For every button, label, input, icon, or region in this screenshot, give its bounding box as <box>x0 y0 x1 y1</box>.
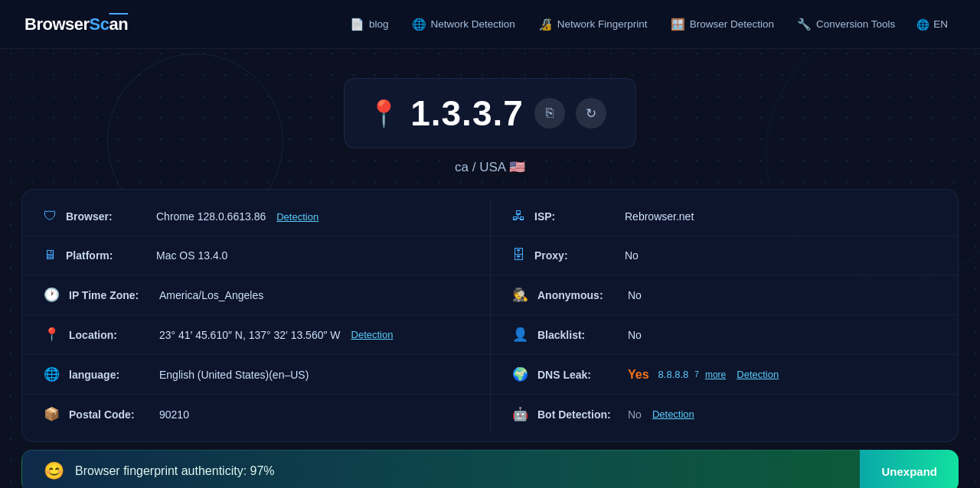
nav-lang-label: EN <box>933 18 948 30</box>
postal-value: 90210 <box>159 408 189 421</box>
browser-detection-icon: 🪟 <box>671 18 685 31</box>
platform-label: Platform: <box>66 249 150 262</box>
left-column: 🛡 Browser: Chrome 128.0.6613.86 Detectio… <box>22 197 490 434</box>
anonymous-row: 🕵 Anonymous: No <box>491 275 958 315</box>
bot-row: 🤖 Bot Detection: No Detection <box>491 395 958 434</box>
copy-ip-button[interactable]: ⎘ <box>534 98 565 129</box>
language-label: language: <box>69 369 153 381</box>
browser-icon: 🛡 <box>44 209 57 224</box>
language-row: 🌐 language: English (United States)(en–U… <box>22 355 490 395</box>
nav-network-fingerprint-label: Network Fingerprint <box>557 18 648 30</box>
isp-label: ISP: <box>534 210 619 223</box>
timezone-label: IP Time Zone: <box>69 289 153 301</box>
location-detection-link[interactable]: Detection <box>351 329 394 340</box>
nav-menu: 📄 blog 🌐 Network Detection 🔏 Network Fin… <box>341 13 956 36</box>
proxy-row: 🗄 Proxy: No <box>491 236 958 275</box>
dns-label: DNS Leak: <box>537 369 622 381</box>
timezone-icon: 🕐 <box>44 287 60 303</box>
copy-icon: ⎘ <box>546 106 554 121</box>
ip-display: 📍 1.3.3.7 ⎘ ↻ <box>344 78 636 148</box>
isp-row: 🖧 ISP: Rebrowser.net <box>491 197 958 236</box>
location-row: 📍 Location: 23° 41′ 45.610″ N, 137° 32′ … <box>22 315 490 355</box>
location-pin-icon: 📍 <box>368 98 400 129</box>
language-icon: 🌐 <box>916 18 929 31</box>
logo[interactable]: BrowserScan <box>24 15 128 34</box>
location-icon: 📍 <box>44 327 60 343</box>
timezone-row: 🕐 IP Time Zone: America/Los_Angeles <box>22 275 490 315</box>
nav-language-selector[interactable]: 🌐 EN <box>909 14 956 35</box>
info-card: 🛡 Browser: Chrome 128.0.6613.86 Detectio… <box>21 189 959 442</box>
dns-row: 🌍 DNS Leak: Yes 8.8.8.87 more Detection <box>491 355 958 395</box>
refresh-icon: ↻ <box>586 106 596 122</box>
platform-icon: 🖥 <box>44 248 57 263</box>
dns-count-sup: 7 <box>694 370 699 379</box>
fingerprint-text: Browser fingerprint authenticity: 97% <box>75 464 275 478</box>
browser-detection-link[interactable]: Detection <box>276 211 318 223</box>
proxy-icon: 🗄 <box>512 248 525 263</box>
conversion-tools-icon: 🔧 <box>797 18 812 31</box>
nav-conversion-tools[interactable]: 🔧 Conversion Tools <box>788 13 904 36</box>
bot-icon: 🤖 <box>512 406 528 422</box>
language-value: English (United States)(en–US) <box>159 369 309 381</box>
nav-browser-detection-label: Browser Detection <box>690 18 774 30</box>
dns-yes-value: Yes <box>628 368 649 382</box>
bot-detection-link[interactable]: Detection <box>652 408 694 420</box>
right-column: 🖧 ISP: Rebrowser.net 🗄 Proxy: No 🕵 Anony… <box>490 197 958 434</box>
blacklist-row: 👤 Blacklist: No <box>491 315 958 355</box>
navbar: BrowserScan 📄 blog 🌐 Network Detection 🔏… <box>0 0 980 49</box>
location-display: ca / USA 🇺🇸 <box>455 159 525 175</box>
card-grid: 🛡 Browser: Chrome 128.0.6613.86 Detectio… <box>22 197 958 434</box>
nav-network-fingerprint[interactable]: 🔏 Network Fingerprint <box>529 13 657 36</box>
location-value: 23° 41′ 45.610″ N, 137° 32′ 13.560″ W <box>159 329 341 341</box>
country-label: ca / USA 🇺🇸 <box>455 159 525 175</box>
ip-address: 1.3.3.7 <box>410 93 524 134</box>
timezone-value: America/Los_Angeles <box>159 289 263 301</box>
proxy-value: No <box>625 249 639 262</box>
platform-row: 🖥 Platform: Mac OS 13.4.0 <box>22 236 490 275</box>
dns-detection-link[interactable]: Detection <box>737 369 779 380</box>
unexpand-button[interactable]: Unexpand <box>860 450 959 488</box>
dns-icon: 🌍 <box>512 366 528 382</box>
fingerprint-face-icon: 😊 <box>44 461 64 481</box>
anonymous-icon: 🕵 <box>512 287 528 303</box>
nav-conversion-tools-label: Conversion Tools <box>816 18 895 30</box>
blacklist-label: Blacklist: <box>537 329 622 341</box>
anonymous-label: Anonymous: <box>537 289 622 301</box>
browser-value: Chrome 128.0.6613.86 <box>156 210 266 223</box>
fingerprint-authenticity-bar: 😊 Browser fingerprint authenticity: 97% <box>21 450 860 488</box>
nav-network-detection[interactable]: 🌐 Network Detection <box>403 13 524 36</box>
proxy-label: Proxy: <box>534 249 619 262</box>
dns-ip-value: 8.8.8.8 <box>658 369 689 380</box>
bot-no-value: No <box>628 408 642 421</box>
location-label: Location: <box>69 329 153 341</box>
network-detection-icon: 🌐 <box>412 18 426 31</box>
browser-label: Browser: <box>66 210 150 223</box>
anonymous-value: No <box>628 289 642 301</box>
nav-browser-detection[interactable]: 🪟 Browser Detection <box>662 13 783 36</box>
language-row-icon: 🌐 <box>44 366 60 382</box>
blacklist-icon: 👤 <box>512 327 528 343</box>
blog-icon: 📄 <box>350 18 364 31</box>
postal-row: 📦 Postal Code: 90210 <box>22 395 490 434</box>
postal-icon: 📦 <box>44 406 60 422</box>
bot-label: Bot Detection: <box>537 408 622 421</box>
nav-network-detection-label: Network Detection <box>431 18 515 30</box>
browser-row: 🛡 Browser: Chrome 128.0.6613.86 Detectio… <box>22 197 490 236</box>
isp-value: Rebrowser.net <box>625 210 694 223</box>
nav-blog-label: blog <box>369 18 389 30</box>
postal-label: Postal Code: <box>69 408 153 421</box>
network-fingerprint-icon: 🔏 <box>538 18 553 31</box>
nav-blog[interactable]: 📄 blog <box>341 13 398 36</box>
blacklist-value: No <box>628 329 642 341</box>
footer-bar: 😊 Browser fingerprint authenticity: 97% … <box>0 450 980 488</box>
isp-icon: 🖧 <box>512 209 525 224</box>
hero-section: 📍 1.3.3.7 ⎘ ↻ ca / USA 🇺🇸 <box>0 49 980 189</box>
dns-more-link[interactable]: more <box>705 369 726 380</box>
platform-value: Mac OS 13.4.0 <box>156 249 227 262</box>
refresh-button[interactable]: ↻ <box>576 98 606 129</box>
